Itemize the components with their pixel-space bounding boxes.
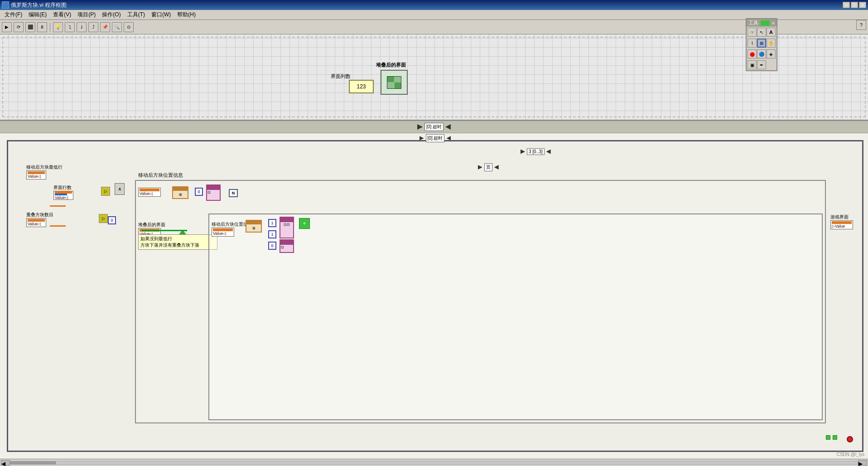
highlight-button[interactable]: 💡 [53,22,63,32]
tool-breakpoint[interactable]: ⬤ [747,49,757,58]
page-left[interactable] [478,165,482,170]
green-tunnel-1 [833,435,837,440]
move-pos-info-2-box[interactable]: Value◁ [212,228,234,237]
menu-operate[interactable]: 操作(O) [99,10,123,19]
maximize-button[interactable]: □ [851,2,858,8]
menu-bar: 文件(F) 编辑(E) 查看(V) 项目(P) 操作(O) 工具(T) 窗口(W… [0,10,868,20]
tool-scroll[interactable]: ✋ [767,39,776,48]
page-display[interactable]: 页 [484,163,492,171]
scroll-left[interactable]: ◀ [1,460,10,466]
move-min-row-box[interactable]: Value◁ [26,170,46,180]
menu-window[interactable]: 窗口(W) [149,10,174,19]
zero-constant-2: 0 [268,242,276,250]
tool-color-copy[interactable]: ▣ [747,60,757,69]
help-button[interactable]: ? [856,20,866,30]
array-op-node[interactable]: ⊡⊡ [280,217,294,238]
minimize-button[interactable]: ─ [843,2,850,8]
outer-case-selector-area: [0] 超时 [420,134,451,142]
stop-terminal[interactable] [847,436,853,442]
close-button[interactable]: × [859,2,866,8]
wire-green-1 [142,230,187,231]
stacked-block [381,70,408,95]
toolbar-separator-1 [50,23,50,32]
and-node[interactable]: ∧ [115,183,125,195]
case-right-arrow[interactable] [445,124,451,130]
probe-button[interactable]: 🔍 [112,22,122,32]
watermark: CSDN @l_lys [837,452,864,457]
inner-case-left[interactable] [521,150,525,154]
outer-while-loop: [0] 超时 3 [0..3] 页 移动后方块最低行 [7,140,863,452]
h-scrollbar[interactable]: ◀ ▶ [0,459,868,466]
annotation-box: 如果没到最低行 方块下落并没有重叠方块下落 [138,234,217,250]
cluster-node-2[interactable]: ⊞ [246,220,262,233]
move-pos-info-label-top: 移动后方块位置信息 [138,172,183,179]
top-panel-canvas[interactable]: 堆叠后的界面 界面列数 123 [0,34,868,120]
outer-case-right[interactable] [446,136,451,141]
case-selector-1-area: [0] 超时 [417,123,451,131]
zero-in-case: 0 [195,188,203,196]
menu-project[interactable]: 项目(P) [75,10,98,19]
menu-file[interactable]: 文件(F) [2,10,25,19]
interface-columns-label: 界面列数 [331,73,351,80]
case-selector-1[interactable]: [0] 超时 [424,123,444,131]
menu-view[interactable]: 查看(V) [50,10,74,19]
tools-palette-label: 工具 [748,19,758,26]
tool-text[interactable]: A [767,28,776,37]
tool-color-fill[interactable]: ✒ [757,60,766,69]
inner-case-display[interactable]: 3 [0..3] [527,148,545,155]
scroll-track[interactable] [10,461,858,465]
breakpoint-button[interactable]: ⊙ [124,22,134,32]
pause-button[interactable]: ⏸ [37,22,47,32]
add-node[interactable]: + [299,218,310,229]
one-constant-2: 1 [268,230,276,238]
tool-wire[interactable]: ⌇ [747,39,757,48]
move-pos-val[interactable]: Value◁ [138,188,161,197]
game-interface-terminal: 游戏界面 ▷Value [830,214,853,229]
outer-case-display[interactable]: [0] 超时 [426,134,445,142]
tools-row-1: ☞ ↖ A [747,27,776,38]
outer-case-left[interactable] [420,136,424,141]
sub-array-node[interactable]: ⊡ [280,239,294,253]
run-button[interactable]: ▶ [2,22,12,32]
cluster-node-1[interactable]: ⊞ [172,186,188,199]
block-diagram[interactable]: [0] 超时 3 [0..3] 页 移动后方块最低行 [0,133,868,459]
tool-cluster[interactable]: ⊞ [757,39,766,48]
retain-button[interactable]: 📌 [100,22,110,32]
tools-row-2: ⌇ ⊞ ✋ [747,38,776,49]
scroll-right[interactable]: ▶ [858,460,867,466]
reset-count-box[interactable]: Value◁ [26,218,46,227]
menu-help[interactable]: 帮助(H) [174,10,198,19]
tool-arrow[interactable]: ↖ [757,28,766,37]
reset-count-block: 重叠方块数目 Value◁ [26,212,53,227]
step-into-button[interactable]: ⤵ [65,22,75,32]
tools-row-3: ⬤ 🔵 ◈ [747,49,776,59]
one-constant-1: 1 [268,219,276,227]
menu-tools[interactable]: 工具(T) [125,10,148,19]
scroll-thumb[interactable] [10,461,56,464]
inner-case-struct: 移动后方块位置信息 Value◁ ⊞ [135,180,826,423]
tool-probe[interactable]: 🔵 [757,49,766,58]
tools-palette-title: 工具 × [747,19,776,27]
tool-hand[interactable]: ☞ [747,28,757,37]
comparator-node[interactable]: ▷ [101,187,110,196]
menu-edit[interactable]: 编辑(E) [26,10,49,19]
stop-button[interactable]: ⬛ [25,22,35,32]
zero-constant: 0 [108,216,116,224]
page-selector-area: 页 [478,163,499,171]
page-right[interactable] [494,165,499,170]
array-index-node[interactable]: ⊡ [206,184,221,201]
block-diagram-canvas: [0] 超时 3 [0..3] 页 移动后方块最低行 [0,133,868,459]
step-over-button[interactable]: ⤸ [77,22,87,32]
comparator-node-2[interactable]: ▷ [99,214,108,223]
tools-palette: 工具 × ☞ ↖ A ⌇ ⊞ ✋ ⬤ 🔵 ◈ ▣ ✒ [746,18,777,71]
tool-copy[interactable]: ◈ [767,49,776,58]
step-out-button[interactable]: ⤴ [88,22,98,32]
run-continuous-button[interactable]: ⟳ [14,22,24,32]
tools-palette-green [761,20,770,26]
inner-case-right[interactable] [546,150,551,154]
case-left-arrow[interactable] [417,124,423,130]
interface-rows-box[interactable]: Value◁ [53,191,73,200]
game-interface-box[interactable]: ▷Value [830,220,853,229]
tools-palette-close[interactable]: × [772,20,775,26]
window-icon [2,1,9,9]
